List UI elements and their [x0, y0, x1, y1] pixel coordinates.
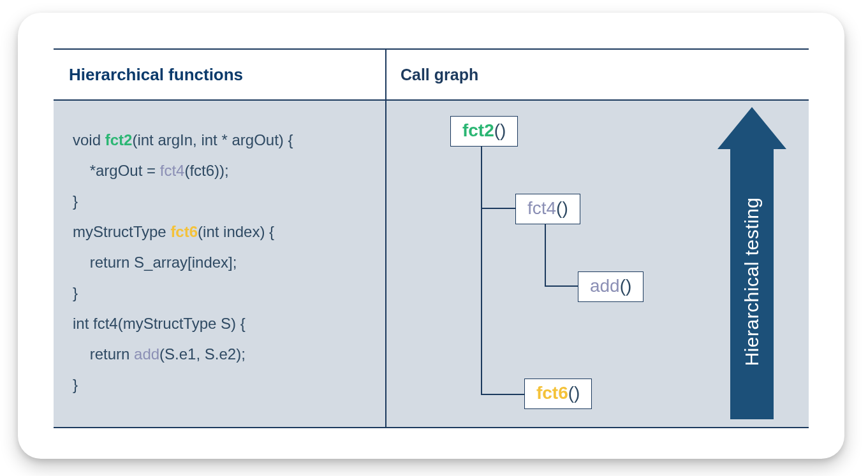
code-token: (S.e1, S.e2); — [159, 345, 246, 363]
code-token: return S_array[index]; — [73, 254, 237, 271]
layout-table: Hierarchical functions Call graph void f… — [54, 48, 809, 428]
code-fn-fct4: fct4 — [160, 162, 185, 179]
code-token: } — [73, 284, 78, 301]
node-parens: () — [620, 276, 632, 296]
code-token: (fct6)); — [184, 162, 228, 179]
connector — [481, 147, 482, 395]
node-label: fct2 — [462, 120, 494, 140]
node-label: fct6 — [536, 383, 568, 403]
code-token: int fct4(myStructType S) { — [73, 315, 246, 332]
code-token: return — [73, 345, 134, 363]
node-label: fct4 — [527, 198, 556, 218]
code-fn-fct6: fct6 — [170, 223, 198, 240]
code-fn-add: add — [134, 345, 159, 363]
header-left-text: Hierarchical functions — [69, 65, 243, 84]
connector — [481, 208, 515, 209]
code-token: (int argIn, int * argOut) { — [132, 131, 293, 148]
node-parens: () — [568, 383, 580, 403]
node-parens: () — [556, 198, 568, 218]
code-fn-fct2: fct2 — [105, 131, 133, 148]
node-fct4: fct4() — [515, 194, 580, 224]
arrow-label: Hierarchical testing — [741, 198, 763, 366]
diagram-card: Hierarchical functions Call graph void f… — [18, 13, 844, 459]
code-pane: void fct2(int argIn, int * argOut) { *ar… — [54, 100, 386, 428]
header-right: Call graph — [386, 49, 809, 100]
node-label: add — [590, 276, 620, 296]
connector — [545, 285, 578, 287]
header-left: Hierarchical functions — [54, 49, 386, 100]
code-token: } — [73, 192, 78, 210]
code-token: *argOut = — [73, 162, 160, 179]
header-right-text: Call graph — [401, 66, 478, 83]
code-token: (int index) { — [198, 223, 274, 240]
connector — [481, 394, 524, 395]
arrow-head-icon — [717, 107, 786, 149]
node-parens: () — [494, 120, 506, 140]
code-token: myStructType — [73, 223, 170, 240]
connector — [545, 224, 546, 287]
code-block: void fct2(int argIn, int * argOut) { *ar… — [73, 125, 372, 400]
code-token: void — [73, 131, 105, 148]
node-add: add() — [578, 271, 644, 302]
node-fct6: fct6() — [524, 379, 592, 409]
hierarchical-testing-arrow: Hierarchical testing — [723, 107, 781, 419]
node-fct2: fct2() — [450, 116, 518, 147]
callgraph-pane: fct2() fct4() add() fct6() Hierarchical … — [386, 100, 809, 428]
code-token: } — [73, 376, 78, 393]
